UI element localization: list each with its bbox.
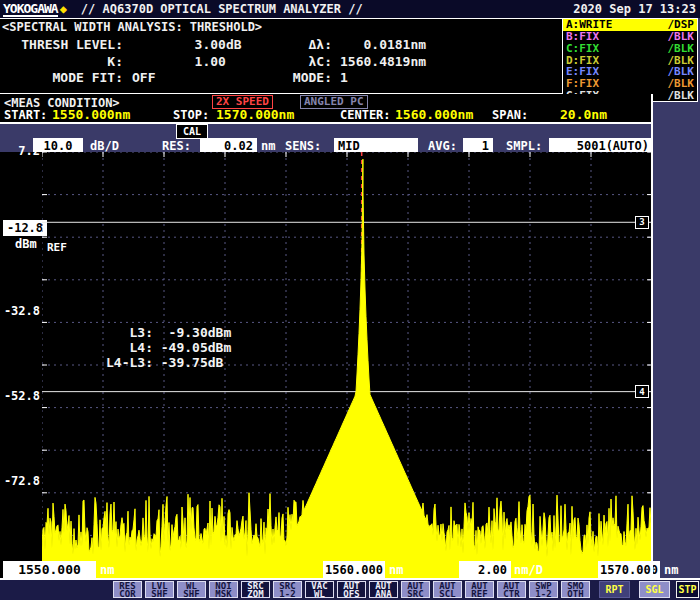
trace-display-mode: /BLK [668,90,695,101]
softkey-aut-scl[interactable]: AUTSCL [433,581,462,598]
y-tick-top: 7.2 [0,144,40,158]
page-title: // AQ6370D OPTICAL SPECTRUM ANALYZER // [81,2,363,16]
meas-field-label: SPAN: [492,108,528,122]
softkey-lvl-shf[interactable]: LVLSHF [145,581,174,598]
trace-row[interactable]: F:FIX/BLK [563,78,697,90]
trace-display-mode: /BLK [668,78,695,89]
x-center-field[interactable]: 1560.000 [323,561,385,578]
ref-level-unit: dBm [15,237,37,251]
analysis-field-label: MODE FIT: [0,70,123,85]
softkey-line: MSK [215,590,231,598]
trace-name: C:FIX [566,43,599,54]
analysis-field-label: THRESH LEVEL: [0,37,123,52]
analysis-field-label: MODE: [232,70,332,85]
x-start-field[interactable]: 1550.000 [3,561,96,578]
x-start-unit: nm [100,563,114,577]
meas-field-value[interactable]: 20.0nm [560,107,607,122]
brand-logo: YOKOGAWA [3,2,58,17]
title-bar: YOKOGAWA ◆ // AQ6370D OPTICAL SPECTRUM A… [0,0,700,18]
line-marker-3-handle[interactable]: 3 [635,216,649,229]
trace-display-mode: /BLK [668,55,695,66]
meas-field-label: STOP: [173,108,209,122]
softkey-line: SRC [407,590,423,598]
softkey-wl-shf[interactable]: WLSHF [177,581,206,598]
softkey-smo-oth[interactable]: SMOOTH [561,581,590,598]
softkey-vac-wl[interactable]: VACWL [305,581,334,598]
x-stop-unit: nm [664,563,678,577]
softkey-line: SCL [439,590,455,598]
softkey-src-zom[interactable]: SRCZOM [241,581,270,598]
analysis-field-label: Δλ: [232,37,332,52]
softkey-line: REF [471,590,487,598]
osa-screen: YOKOGAWA ◆ // AQ6370D OPTICAL SPECTRUM A… [0,0,700,600]
softkey-line: CTR [503,590,519,598]
trace-row[interactable]: D:FIX/BLK [563,54,697,66]
softkey-line: SHF [183,590,199,598]
sweep-stp-button[interactable]: STP [676,581,699,598]
analysis-field-value: 0.0181nm [340,37,426,52]
softkey-aut-ofs[interactable]: AUTOFS [337,581,366,598]
meas-field-value[interactable]: 1560.000nm [395,107,473,122]
softkey-line: OTH [567,590,583,598]
softkey-line: SHF [151,590,167,598]
softkey-line: OFS [343,590,359,598]
y-tick: -72.8 [0,474,40,488]
panel-separator-vertical [651,94,653,580]
softkey-aut-ctr[interactable]: AUTCTR [497,581,526,598]
analysis-field-value: 1.00 [132,54,226,69]
trace-name: B:FIX [566,31,599,42]
trace-row[interactable]: B:FIX/BLK [563,31,697,43]
trace-name: D:FIX [566,55,599,66]
softkey-line: ZOM [247,590,263,598]
x-scale-field[interactable]: 2.00 [459,561,511,578]
trace-name: E:FIX [566,66,599,77]
brand-diamond-icon: ◆ [60,3,67,15]
x-scale-unit: nm/D [514,563,543,577]
meas-field-value[interactable]: 1570.000nm [216,107,294,122]
sweep-sgl-button[interactable]: SGL [639,581,670,598]
res-label: RES: [162,139,191,153]
sens-label: SENS: [285,139,321,153]
softkey-aut-ana[interactable]: AUTANA [369,581,398,598]
softkey-aut-ref[interactable]: AUTREF [465,581,494,598]
level-scale-unit: dB/D [90,139,119,153]
softkey-noi-msk[interactable]: NOIMSK [209,581,238,598]
softkey-line: COR [119,590,135,598]
analysis-panel-title: <SPECTRAL WIDTH ANALYSIS: THRESHOLD> [2,20,262,34]
trace-display-mode: /BLK [668,31,695,42]
line-marker-4-handle[interactable]: 4 [635,385,649,398]
cal-indicator: CAL [176,124,208,139]
analysis-field-value: 1 [340,70,348,85]
trace-status-panel: A:WRITE/DSPB:FIX/BLKC:FIX/BLKD:FIX/BLKE:… [562,18,698,102]
spectrum-plot-area[interactable]: L3: -9.30dBm L4: -49.05dBm L4-L3: -39.75… [42,152,652,578]
analysis-field-value: 1560.4819nm [340,54,426,69]
meas-field-label: CENTER: [340,108,391,122]
analysis-field-label: K: [0,54,123,69]
status-badge: ANGLED PC [300,95,368,109]
meas-field-value[interactable]: 1550.000nm [52,107,130,122]
softkey-swp-1-2[interactable]: SWP1-2 [529,581,558,598]
softkey-line: 1-2 [279,590,295,598]
trace-row[interactable]: A:WRITE/DSP [563,19,697,31]
trace-display-mode: /BLK [668,66,695,77]
trace-row[interactable]: C:FIX/BLK [563,42,697,54]
y-tick: -52.8 [0,389,40,403]
avg-label: AVG: [428,139,457,153]
softkey-line: 1-2 [535,590,551,598]
trace-row[interactable]: E:FIX/BLK [563,66,697,78]
softkey-line: WL [314,590,325,598]
trace-name: F:FIX [566,78,599,89]
softkey-res-cor[interactable]: RESCOR [113,581,142,598]
softkey-toolbar: RESCORLVLSHFWLSHFNOIMSKSRCZOMSRC1-2VACWL… [0,580,700,600]
meas-field-label: START: [4,108,47,122]
analysis-field-value: 3.00dB [132,37,242,52]
smpl-label: SMPL: [506,139,542,153]
softkey-src-1-2[interactable]: SRC1-2 [273,581,302,598]
trace-name: A:WRITE [566,19,612,30]
softkey-aut-src[interactable]: AUTSRC [401,581,430,598]
datetime: 2020 Sep 17 13:23 [573,2,696,16]
sweep-rpt-button[interactable]: RPT [599,581,630,598]
ref-level-field[interactable]: -12.8 [3,220,47,236]
analysis-field-label: λC: [232,54,332,69]
x-center-unit: nm [389,563,403,577]
